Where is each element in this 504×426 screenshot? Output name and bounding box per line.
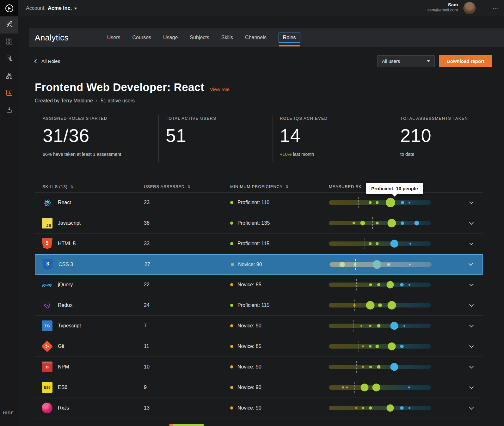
proficiency-label: Novice: 90 <box>238 262 262 267</box>
distribution-bubble <box>353 222 355 224</box>
distribution-bubble <box>372 384 380 392</box>
expand-row-icon[interactable] <box>469 199 474 204</box>
users-assessed-value: 24 <box>144 302 230 308</box>
expand-cell <box>439 407 483 409</box>
minimum-proficiency-marker <box>353 320 354 332</box>
tab-skills[interactable]: Skills <box>221 33 233 43</box>
column-header-2[interactable]: USERS ASSESSED⇅ <box>144 184 230 189</box>
sort-icon[interactable]: ⇅ <box>285 185 289 189</box>
avatar[interactable] <box>463 2 476 15</box>
distribution-bar[interactable] <box>329 262 432 267</box>
distribution-bar[interactable] <box>329 241 431 246</box>
proficiency-dot <box>230 345 233 348</box>
sidebar-item-org-chart[interactable] <box>0 68 18 85</box>
distribution-bar[interactable] <box>329 324 431 328</box>
table-row-redux[interactable]: Redux 24 Proficient: 115 <box>35 295 483 316</box>
sort-icon[interactable]: ⇅ <box>70 185 74 189</box>
minimum-proficiency-marker <box>356 279 357 290</box>
distribution-bubble <box>366 301 374 310</box>
table-row-jquery[interactable]: jQuery jQuery 22 Novice: 85 <box>35 275 483 295</box>
measured-skill-distribution <box>329 200 439 205</box>
app-logo[interactable] <box>0 0 18 16</box>
distribution-bubble <box>376 345 379 348</box>
skill-cell: n NPM <box>35 362 144 372</box>
users-assessed-value: 27 <box>144 262 231 267</box>
table-row-npm[interactable]: n NPM 10 Novice: 90 <box>35 357 483 377</box>
sidebar-item-report-search[interactable] <box>0 51 18 68</box>
distribution-bar[interactable] <box>329 406 431 410</box>
expand-cell <box>439 305 483 306</box>
minimum-proficiency-marker <box>351 402 351 414</box>
tab-courses[interactable]: Courses <box>132 33 151 43</box>
expand-row-icon[interactable] <box>469 343 474 348</box>
skill-cell: Git <box>35 341 144 352</box>
proficiency-label: Proficient: 135 <box>237 220 270 226</box>
table-row-es6[interactable]: ES6 ES6 9 Novice: 90 <box>35 377 483 398</box>
expand-row-icon[interactable] <box>469 323 474 327</box>
tab-channels[interactable]: Channels <box>245 33 267 43</box>
org-chart-icon <box>6 72 13 81</box>
distribution-bar[interactable] <box>329 385 431 390</box>
expand-row-icon[interactable] <box>469 302 474 307</box>
view-role-link[interactable]: View role <box>210 87 229 92</box>
distribution-bubble <box>390 322 398 330</box>
more-menu-icon[interactable]: ••• <box>493 6 498 10</box>
sidebar-item-tools[interactable] <box>0 16 18 33</box>
distribution-bar[interactable] <box>329 200 431 205</box>
column-header-3[interactable]: MINIMUM PROFICIENCY⇅ <box>230 184 329 189</box>
distribution-bubble <box>362 366 364 368</box>
expand-row-icon[interactable] <box>469 220 474 224</box>
stats-summary: ASSIGNED ROLES STARTED31/3686% have take… <box>35 115 488 162</box>
expand-row-icon[interactable] <box>469 282 474 286</box>
skill-name: CSS 3 <box>58 262 73 267</box>
skill-cell: 3 CSS 3 <box>35 259 144 270</box>
expand-row-icon[interactable] <box>469 240 474 245</box>
download-report-button[interactable]: Download report <box>439 55 492 67</box>
tab-roles[interactable]: Roles <box>279 33 300 43</box>
users-assessed-value: 10 <box>144 364 230 370</box>
sidebar-item-analytics[interactable] <box>0 85 18 102</box>
sidebar-item-downloads[interactable] <box>0 102 18 119</box>
sort-icon[interactable]: ⇅ <box>187 185 191 189</box>
users-assessed-value: 11 <box>144 344 230 349</box>
distribution-bar[interactable] <box>329 283 431 287</box>
expand-row-icon[interactable] <box>469 384 474 389</box>
tab-usage[interactable]: Usage <box>163 33 178 43</box>
distribution-bar[interactable] <box>329 344 431 349</box>
table-row-css-3[interactable]: 3 CSS 3 27 Novice: 90 <box>35 254 483 275</box>
tab-users[interactable]: Users <box>107 33 120 43</box>
distribution-bubble <box>362 407 364 409</box>
distribution-bar[interactable] <box>329 365 431 369</box>
distribution-bubble <box>376 242 379 245</box>
table-row-rxjs[interactable]: RxJs 13 Novice: 90 <box>35 398 483 418</box>
play-logo-icon <box>5 4 14 13</box>
distribution-bubble <box>403 325 405 327</box>
distribution-bar[interactable] <box>329 303 431 307</box>
account-switcher[interactable]: Account: Acme Inc. <box>26 5 77 11</box>
table-row-git[interactable]: Git 11 Novice: 85 <box>35 336 483 357</box>
table-row-javascript[interactable]: JS Javascript 38 Proficient: 135 <box>35 213 483 234</box>
expand-row-icon[interactable] <box>469 364 474 368</box>
proficiency-dot <box>230 386 233 389</box>
table-row-typescript[interactable]: TS Typescript 7 Novice: 90 <box>35 316 483 336</box>
distribution-bar[interactable] <box>329 221 431 225</box>
hide-sidebar-button[interactable]: HIDE <box>3 411 14 415</box>
column-header-1[interactable]: SKILLS (13)⇅ <box>35 184 144 189</box>
table-row-html-5[interactable]: 5 HTML 5 33 Proficient: 115 <box>35 234 483 254</box>
expand-row-icon[interactable] <box>469 261 473 266</box>
proficiency-label: Novice: 90 <box>237 405 261 411</box>
distribution-bubble <box>378 303 382 307</box>
scroll-progress-indicator[interactable] <box>169 424 204 426</box>
breadcrumb-all-roles[interactable]: All Roles <box>35 58 60 64</box>
table-row-react[interactable]: React 23 Proficient: 110 <box>35 192 483 213</box>
expand-row-icon[interactable] <box>469 405 474 409</box>
users-filter-dropdown[interactable]: All users <box>377 55 435 67</box>
distribution-bubble <box>353 304 355 307</box>
minimum-proficiency-cell: Proficient: 115 <box>230 241 329 246</box>
sidebar-item-dashboard[interactable] <box>0 33 18 51</box>
distribution-bubble <box>414 221 419 226</box>
distribution-bubble <box>373 260 381 269</box>
proficiency-dot <box>230 406 233 410</box>
tab-subjects[interactable]: Subjects <box>190 33 209 43</box>
user-info: Sam sam@email.com <box>427 2 458 13</box>
